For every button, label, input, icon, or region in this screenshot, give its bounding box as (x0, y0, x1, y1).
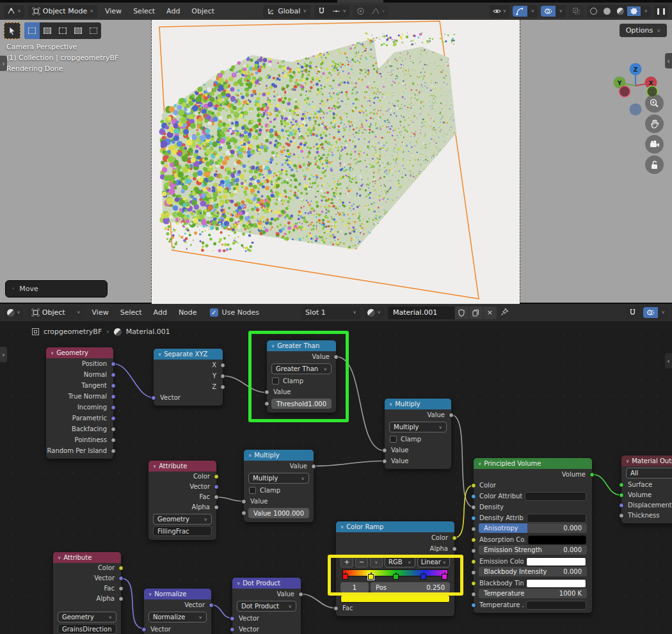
output-socket[interactable] (449, 413, 454, 418)
input-socket[interactable] (151, 395, 156, 400)
color-attribute-field[interactable] (525, 492, 586, 501)
ramp-stop-3[interactable] (420, 574, 426, 580)
node-normalize[interactable]: ∨Normalize Vector Normalize∨ Vector (144, 589, 211, 634)
menu-select[interactable]: Select (129, 5, 159, 17)
input-socket[interactable] (241, 499, 246, 504)
output-target-dropdown[interactable]: All (626, 468, 672, 479)
blackbody-tint-swatch[interactable] (526, 579, 586, 588)
options-dropdown[interactable]: Options∨ (620, 24, 667, 37)
output-socket[interactable] (111, 405, 116, 410)
blackbody-intensity-field[interactable]: Blackbody Intensity0.000 (479, 567, 587, 576)
output-socket[interactable] (452, 535, 457, 541)
temperature-attribute-field[interactable] (526, 601, 586, 610)
pin-button[interactable] (500, 308, 509, 318)
use-nodes-checkbox[interactable]: ✓ Use Nodes (210, 308, 260, 317)
overlays-toggle-group[interactable]: ∨ (643, 306, 668, 319)
output-socket[interactable] (111, 416, 116, 421)
collapse-chevron-icon[interactable]: ∨ (237, 581, 240, 586)
temperature-field[interactable]: Temperature1000 K (479, 589, 587, 598)
input-socket[interactable] (619, 493, 624, 498)
toolbar-expand-tab[interactable]: › (0, 56, 7, 71)
output-socket[interactable] (111, 438, 116, 443)
output-socket[interactable] (214, 474, 219, 479)
stop-position-field[interactable]: Pos0.250 (371, 582, 450, 592)
add-stop-button[interactable]: + (340, 557, 353, 567)
attribute-type-dropdown[interactable]: Geometry∨ (153, 514, 212, 525)
output-socket[interactable] (298, 592, 303, 597)
select-extend-button[interactable] (40, 22, 55, 39)
node-geometry[interactable]: ∨Geometry Position Normal Tangent True N… (46, 347, 113, 459)
collapse-chevron-icon[interactable]: ∨ (148, 592, 152, 597)
input-socket[interactable] (471, 527, 476, 532)
output-socket[interactable] (452, 546, 457, 551)
menu-node[interactable]: Node (175, 306, 201, 319)
interpolation-dropdown[interactable]: Linear∨ (417, 557, 450, 567)
value-field[interactable]: Value1000.000 (248, 508, 309, 518)
input-socket[interactable] (471, 505, 476, 510)
output-socket[interactable] (214, 484, 219, 489)
remove-stop-button[interactable]: − (355, 557, 368, 567)
output-socket[interactable] (209, 603, 214, 608)
lock-view-button[interactable] (645, 155, 664, 174)
input-socket[interactable] (241, 511, 246, 516)
collapse-chevron-icon[interactable]: ∨ (478, 461, 481, 466)
node-header[interactable]: ∨Multiply (244, 450, 314, 461)
gizmo-neg-z-axis[interactable] (630, 104, 642, 116)
color-ramp-gradient[interactable] (342, 569, 448, 581)
menu-add[interactable]: Add (163, 5, 184, 17)
output-socket[interactable] (333, 354, 339, 360)
input-socket[interactable] (141, 627, 147, 632)
emission-strength-field[interactable]: Emission Strength0.000 (479, 545, 587, 555)
math-operation-dropdown[interactable]: Greater Than∨ (271, 363, 332, 374)
input-socket[interactable] (471, 603, 476, 608)
clamp-checkbox[interactable]: Clamp (244, 485, 314, 496)
output-socket[interactable] (214, 505, 219, 510)
node-header[interactable]: ∨Multiply (385, 399, 451, 409)
node-header[interactable]: ∨Attribute (53, 552, 121, 563)
node-header[interactable]: ∨Material Output (621, 456, 672, 466)
input-socket[interactable] (471, 494, 476, 499)
shading-wireframe-button[interactable] (587, 6, 600, 16)
node-greater-than[interactable]: ∨Greater Than Value Greater Than∨ Clamp … (267, 340, 336, 413)
output-socket[interactable] (111, 427, 116, 432)
emission-color-swatch[interactable] (526, 557, 586, 566)
collapse-chevron-icon[interactable]: ∨ (153, 464, 156, 469)
object-mode-dropdown[interactable]: Object Mode∨ (28, 5, 97, 18)
attribute-name-field[interactable]: FillingFrac (153, 526, 212, 536)
output-socket[interactable] (220, 374, 225, 379)
pause-render-button[interactable] (654, 5, 668, 18)
output-socket[interactable] (214, 495, 219, 500)
editor-type-button[interactable]: ∨ (4, 306, 24, 319)
output-socket[interactable] (118, 586, 124, 591)
input-socket[interactable] (471, 548, 476, 553)
stop-index-field[interactable]: 1 (340, 582, 369, 592)
output-socket[interactable] (111, 372, 116, 377)
ramp-stop-0[interactable] (342, 574, 348, 580)
math-operation-dropdown[interactable]: Multiply∨ (248, 473, 309, 484)
input-socket[interactable] (264, 401, 269, 406)
gizmo-neg-x-axis[interactable] (620, 86, 630, 97)
collapse-chevron-icon[interactable]: ∨ (271, 344, 275, 349)
node-header[interactable]: ∨Dot Product (232, 578, 301, 589)
node-multiply-b[interactable]: ∨Multiply Value Multiply∨ Clamp Value Va… (244, 450, 314, 522)
node-header[interactable]: ∨Separate XYZ (154, 349, 223, 360)
select-difference-button[interactable] (70, 22, 86, 39)
snapping-group[interactable]: ∨ (314, 5, 349, 18)
input-socket[interactable] (264, 390, 269, 395)
input-socket[interactable] (471, 483, 476, 488)
collapse-chevron-icon[interactable]: ∨ (626, 459, 629, 464)
node-header[interactable]: ∨Attribute (148, 461, 216, 472)
node-material-output[interactable]: ∨Material Output All Surface Volume Disp… (621, 456, 672, 523)
unlink-material-button[interactable]: × (483, 306, 497, 319)
collapse-chevron-icon[interactable]: ∨ (248, 453, 252, 458)
vector-math-operation-dropdown[interactable]: Normalize∨ (148, 612, 207, 622)
output-socket[interactable] (111, 394, 116, 399)
menu-select[interactable]: Select (116, 306, 146, 319)
gizmos-toggle-group[interactable]: ∨ (513, 5, 538, 18)
output-socket[interactable] (220, 363, 225, 368)
attribute-name-field[interactable]: GrainsDirection (58, 624, 116, 634)
collapse-chevron-icon[interactable]: ∨ (51, 351, 54, 356)
shader-type-dropdown[interactable]: Object∨ (28, 306, 84, 319)
node-multiply-a[interactable]: ∨Multiply Value Multiply∨ Clamp Value Va… (385, 399, 451, 469)
output-socket[interactable] (118, 596, 124, 601)
